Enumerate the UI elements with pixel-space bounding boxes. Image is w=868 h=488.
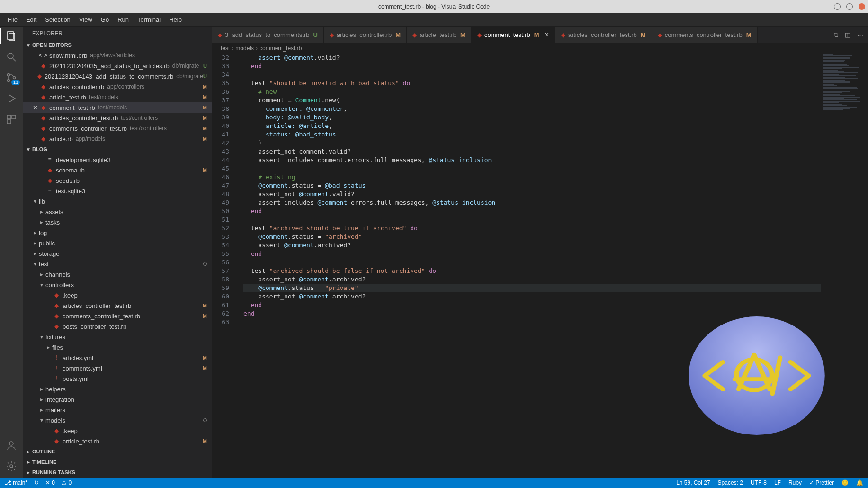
file-item[interactable]: ◆.keep: [23, 425, 212, 436]
close-button[interactable]: [859, 3, 865, 10]
menu-view[interactable]: View: [75, 14, 96, 25]
file-item[interactable]: ≡test.sqlite3: [23, 186, 212, 196]
code-line[interactable]: test "archived should be false if not ar…: [243, 267, 821, 275]
menu-go[interactable]: Go: [97, 14, 113, 25]
status-feedback-icon[interactable]: 🙂: [841, 479, 849, 486]
menubar[interactable]: FileEditSelectionViewGoRunTerminalHelp: [0, 13, 868, 27]
explorer-more-icon[interactable]: [199, 30, 205, 36]
file-item[interactable]: ◆.keep: [23, 290, 212, 300]
project-header[interactable]: BLOG: [23, 144, 212, 154]
open-editors-header[interactable]: OPEN EDITORS: [23, 40, 212, 50]
folder-item[interactable]: ▸helpers: [23, 384, 212, 394]
folder-item[interactable]: ▸public: [23, 238, 212, 248]
open-editor-item[interactable]: ◆20211231204143_add_status_to_comments.r…: [23, 71, 212, 81]
code-line[interactable]: assert_not @comment.valid?: [243, 190, 821, 199]
file-tree[interactable]: ≡development.sqlite3◆schema.rbM◆seeds.rb…: [23, 154, 212, 446]
breadcrumb-item[interactable]: models: [235, 45, 254, 52]
code-line[interactable]: end: [243, 250, 821, 258]
status-eol[interactable]: LF: [774, 479, 781, 486]
status-lncol[interactable]: Ln 59, Col 27: [676, 479, 710, 486]
open-editor-item[interactable]: ◆20211231204035_add_status_to_articles.r…: [23, 61, 212, 71]
code-line[interactable]: assert_includes @comment.errors.full_mes…: [243, 199, 821, 207]
breadcrumb[interactable]: test›models›comment_test.rb: [212, 43, 868, 54]
folder-item[interactable]: ▸files: [23, 342, 212, 352]
status-formatter[interactable]: ✓ Prettier: [809, 479, 834, 486]
file-item[interactable]: ◆schema.rbM: [23, 165, 212, 175]
folder-item[interactable]: ▾fixtures: [23, 332, 212, 342]
editor-tab[interactable]: ◆articles_controller.rbM: [324, 27, 407, 43]
open-editor-item[interactable]: ◆article.rbapp/modelsM: [23, 134, 212, 144]
code-line[interactable]: assert_not @comment.archived?: [243, 292, 821, 301]
minimap[interactable]: [821, 54, 868, 478]
activity-debug-icon[interactable]: [6, 93, 17, 104]
menu-terminal[interactable]: Terminal: [134, 14, 164, 25]
code-line[interactable]: comment = Comment.new(: [243, 96, 821, 105]
menu-file[interactable]: File: [4, 14, 21, 25]
code-line[interactable]: end: [243, 309, 821, 318]
menu-edit[interactable]: Edit: [22, 14, 40, 25]
file-item[interactable]: ≡development.sqlite3: [23, 154, 212, 165]
close-icon[interactable]: ✕: [31, 104, 39, 111]
folder-item[interactable]: ▸tasks: [23, 217, 212, 227]
code-line[interactable]: # existing: [243, 173, 821, 181]
breadcrumb-item[interactable]: comment_test.rb: [260, 45, 302, 52]
fold-bar[interactable]: [234, 54, 242, 478]
editor-tab[interactable]: ◆articles_controller_test.rbM: [555, 27, 652, 43]
editor-body[interactable]: 3233343536373839404142434445464748495051…: [212, 54, 868, 478]
folder-item[interactable]: ▸mailers: [23, 405, 212, 415]
compare-icon[interactable]: ⧉: [834, 31, 838, 39]
activity-extensions-icon[interactable]: [6, 114, 17, 125]
file-item[interactable]: !comments.ymlM: [23, 363, 212, 373]
split-editor-icon[interactable]: ◫: [845, 31, 850, 38]
code-line[interactable]: end: [243, 207, 821, 216]
code-line[interactable]: assert @comment.archived?: [243, 241, 821, 250]
activity-search-icon[interactable]: [6, 51, 17, 63]
settings-icon[interactable]: [6, 461, 17, 472]
open-editor-item[interactable]: ✕◆comment_test.rbtest/modelsM: [23, 102, 212, 113]
status-warnings[interactable]: ⚠ 0: [62, 479, 72, 486]
file-item[interactable]: ◆seeds.rb: [23, 175, 212, 186]
code-line[interactable]: [243, 164, 821, 173]
activity-scm-icon[interactable]: 13: [6, 72, 17, 83]
outline-header[interactable]: OUTLINE: [23, 446, 212, 457]
open-editor-item[interactable]: ◆articles_controller_test.rbtest/control…: [23, 113, 212, 123]
folder-item[interactable]: ▾models: [23, 415, 212, 425]
code-line[interactable]: # new: [243, 88, 821, 96]
running-tasks-header[interactable]: RUNNING TASKS: [23, 467, 212, 478]
breadcrumb-item[interactable]: test: [221, 45, 230, 52]
editor-tab[interactable]: ◆comments_controller_test.rbM: [652, 27, 758, 43]
open-editor-item[interactable]: < >show.html.erbapp/views/articles: [23, 50, 212, 61]
status-spaces[interactable]: Spaces: 2: [718, 479, 743, 486]
code-line[interactable]: assert_not comment.valid?: [243, 147, 821, 156]
code-line[interactable]: test "archived should be true if archive…: [243, 224, 821, 233]
editor-tab[interactable]: ◆article_test.rbM: [407, 27, 472, 43]
folder-item[interactable]: ▾lib: [23, 196, 212, 207]
code-line[interactable]: end: [243, 62, 821, 71]
code-line[interactable]: [243, 258, 821, 267]
folder-item[interactable]: ▸storage: [23, 248, 212, 259]
open-editor-item[interactable]: ◆article_test.rbtest/modelsM: [23, 92, 212, 102]
code-line[interactable]: assert_not @comment.archived?: [243, 275, 821, 284]
close-icon[interactable]: ✕: [544, 31, 549, 38]
status-errors[interactable]: ✕ 0: [45, 479, 55, 486]
folder-item[interactable]: ▾test: [23, 259, 212, 269]
code-line[interactable]: commenter: @commenter,: [243, 105, 821, 113]
code-line[interactable]: ): [243, 139, 821, 147]
code-line[interactable]: assert @comment.valid?: [243, 54, 821, 62]
status-sync-icon[interactable]: ↻: [34, 479, 39, 486]
code-line[interactable]: [243, 216, 821, 224]
timeline-header[interactable]: TIMELINE: [23, 457, 212, 467]
maximize-button[interactable]: [846, 3, 853, 10]
menu-selection[interactable]: Selection: [41, 14, 74, 25]
code-line[interactable]: assert_includes comment.errors.full_mess…: [243, 156, 821, 164]
file-item[interactable]: ◆articles_controller_test.rbM: [23, 300, 212, 311]
code-line[interactable]: @comment.status = "archived": [243, 233, 821, 241]
minimize-button[interactable]: [834, 3, 841, 10]
file-item[interactable]: !articles.ymlM: [23, 352, 212, 363]
file-item[interactable]: ◆comments_controller_test.rbM: [23, 311, 212, 321]
code-line[interactable]: @comment.status = @bad_status: [243, 181, 821, 190]
folder-item[interactable]: ▸integration: [23, 394, 212, 405]
open-editor-item[interactable]: ◆articles_controller.rbapp/controllersM: [23, 81, 212, 92]
folder-item[interactable]: ▸assets: [23, 207, 212, 217]
code-line[interactable]: body: @valid_body,: [243, 113, 821, 122]
